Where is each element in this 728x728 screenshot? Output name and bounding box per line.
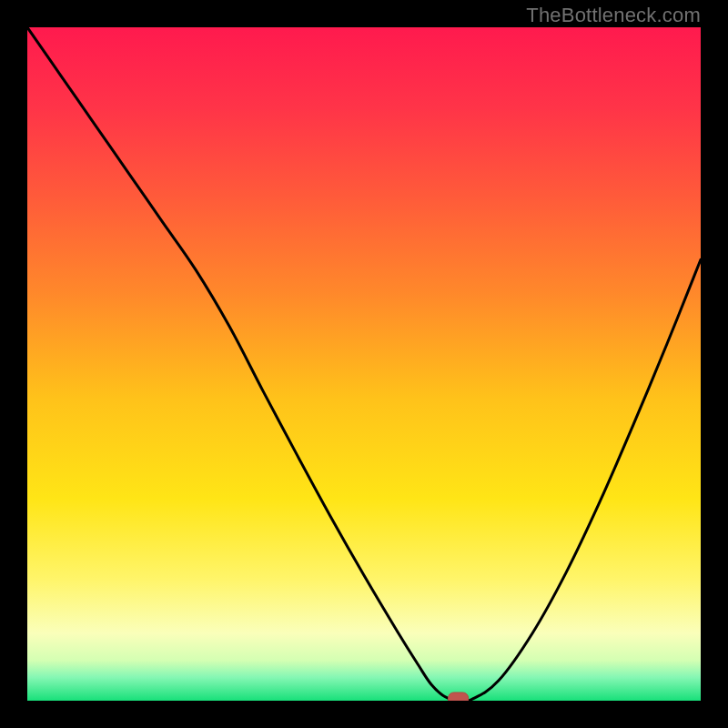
bottleneck-chart [27, 27, 701, 701]
attribution-text: TheBottleneck.com [526, 4, 701, 27]
chart-background [27, 27, 701, 701]
chart-frame: TheBottleneck.com [0, 0, 728, 728]
optimum-marker [449, 693, 469, 701]
